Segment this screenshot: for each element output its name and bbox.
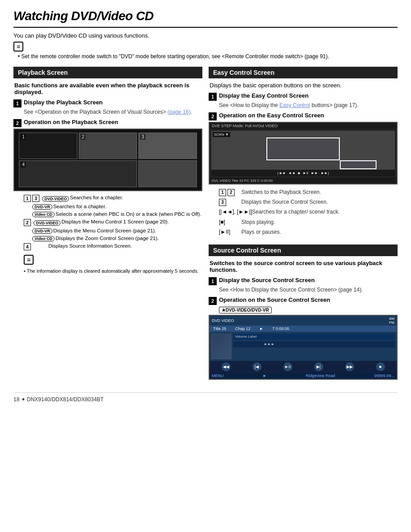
op-key-1: 13 DVD-VIDEO — [24, 195, 70, 202]
sc-info-row2: ►►► — [233, 341, 395, 348]
op-val-1: Searches for a chapter. — [70, 195, 202, 202]
source-step1: 1 Display the Source Control Screen See … — [209, 277, 398, 293]
pb-cell-wide: 4 — [19, 160, 137, 187]
remote-note: Set the remote controller mode switch to… — [18, 53, 398, 60]
easy-step2-title: Operation on the Easy Control Screen — [219, 112, 324, 119]
source-step1-title: Display the Source Control Screen — [219, 277, 315, 283]
sc-top-left: DVD VIDEO — [212, 318, 234, 323]
easy-step1-title: Display the Easy Control Screen — [219, 92, 308, 99]
info-note-icon: ≡ — [24, 255, 34, 265]
sc-title-row: Title 25 Chap 12 ► T 0:00:05 — [210, 326, 397, 332]
easy-op-3: [|◄◄], [►►|] Searches for a chapter/ sce… — [219, 208, 398, 216]
sc-btn-next[interactable]: ▶| — [314, 362, 323, 371]
playback-step1-body: See <Operation on the Playback Screen of… — [24, 109, 202, 115]
page-title: Watching DVD/Video CD — [13, 9, 398, 23]
op-item-4: 2 DVD-VIDEO Displays the Menu Control 1 … — [24, 219, 202, 226]
easy-step1-num: 1 — [209, 93, 217, 101]
easy-step1: 1 Display the Easy Control Screen See <H… — [209, 92, 398, 108]
playback-step1-header: 1 Display the Playback Screen — [13, 99, 202, 107]
main-content: Playback Screen Basic functions are avai… — [13, 67, 398, 383]
easy-op-list: 12 Switches to the Playback Screen. 3 Di… — [219, 188, 398, 236]
easy-control-desc: Displays the basic operation buttons on … — [209, 82, 398, 89]
easy-op-key-5: [►II] — [219, 228, 241, 236]
scrn-label: SCRN ▼ — [213, 132, 230, 137]
easy-control-screen-image: DVE STEP Mode: Full AVOut VIDEO SCRN ▼ — [209, 122, 398, 184]
op-key-6: Video CD — [24, 236, 56, 241]
sc-button-row: ◀◀ |◀ ►II ▶| ▶▶ ■ — [210, 361, 397, 373]
ec-video-area: SCRN ▼ |◄◄ ◄◄ ■ ►II ►► — [211, 131, 395, 176]
easy-step2-header: 2 Operation on the Easy Control Screen — [209, 112, 398, 120]
playback-section: Playback Screen Basic functions are avai… — [13, 67, 202, 383]
info-note-text: The information display is cleared autom… — [24, 268, 202, 274]
dvd-badge-label: ★DVD-VIDEO/DVD-VR — [219, 306, 398, 313]
sc-btn-playpause[interactable]: ►II — [283, 362, 292, 371]
ec-main: SCRN ▼ |◄◄ ◄◄ ■ ►II ►► — [210, 129, 397, 178]
sc-btn-stop[interactable]: ■ — [376, 362, 385, 371]
sc-btn-ffwd[interactable]: ▶▶ — [345, 362, 354, 371]
easy-op-2: 3 Displays the Source Control Screen. — [219, 198, 398, 206]
sc-nav-icon: ► — [263, 373, 267, 378]
playback-screen-image: 1 2 3 4 — [13, 129, 202, 191]
playback-header: Playback Screen — [13, 67, 202, 78]
easy-control-header: Easy Control Screen — [209, 67, 398, 78]
pb-cell-1: 1 — [19, 133, 77, 159]
sc-road-name: Ridgeview Road — [306, 373, 335, 378]
easy-op-desc-5: Plays or pauses. — [241, 228, 398, 236]
sc-thumbnail — [211, 334, 231, 359]
op-item-6: Video CD Displays the Zoom Control Scree… — [24, 236, 202, 241]
step2-num: 2 — [13, 119, 21, 127]
op-key-3: Video CD — [24, 211, 56, 217]
easy-op-desc-3: Searches for a chapter/ scene/ track. — [252, 208, 398, 216]
page-number-label: 18 ✦ DNX9140/DDX814/DDX8034BT — [13, 396, 103, 403]
source-control-header: Source Control Screen — [209, 245, 398, 256]
intro-text: You can play DVD/Video CD using various … — [13, 32, 398, 39]
op-item-7: 4 Displays Source Information Screen. — [24, 243, 202, 250]
playback-desc: Basic functions are available even when … — [13, 82, 202, 95]
easy-step1-header: 1 Display the Easy Control Screen — [209, 92, 398, 101]
op-item-1: 13 DVD-VIDEO Searches for a chapter. — [24, 195, 202, 202]
source-step1-body: See <How to Display the Source Control S… — [219, 287, 398, 293]
source-step2: 2 Operation on the Source Control Screen… — [209, 296, 398, 380]
playback-step2-header: 2 Operation on the Playback Screen — [13, 119, 202, 127]
op-item-2: DVD-VR Searches for a chapter. — [24, 204, 202, 210]
playback-step2: 2 Operation on the Playback Screen 1 2 3… — [13, 119, 202, 274]
easy-op-desc-4: Stops playing. — [241, 218, 398, 227]
step1-num: 1 — [13, 99, 21, 107]
easy-op-desc-1: Switches to the Playback Screen. — [241, 188, 398, 197]
easy-step2: 2 Operation on the Easy Control Screen D… — [209, 112, 398, 236]
sc-btn-prev[interactable]: |◀ — [253, 362, 261, 371]
sc-distance: 99999.99... — [374, 373, 394, 378]
op-key-2: DVD-VR — [24, 204, 53, 210]
playback-op-list: 13 DVD-VIDEO Searches for a chapter. DVD… — [24, 195, 202, 250]
sc-time-info: T 0:00:05 — [272, 326, 289, 331]
source-control-desc: Switches to the source control screen to… — [209, 260, 398, 273]
ec-top-left: DVE STEP Mode: Full AVOut VIDEO — [212, 124, 278, 128]
op-val-4: Displays the Menu Control 1 Screen (page… — [61, 219, 202, 226]
op-val-6: Displays the Zoom Control Screen (page 2… — [56, 236, 202, 241]
pb-cell-3: 3 — [138, 133, 197, 159]
easy-op-key-4: [■] — [219, 218, 241, 227]
easy-op-1: 12 Switches to the Playback Screen. — [219, 188, 398, 197]
playback-grid: 1 2 3 4 — [19, 133, 197, 187]
op-key-5: DVD-VR — [24, 228, 53, 234]
op-val-3: Selects a scene (when PBC is On) or a tr… — [56, 211, 202, 217]
source-step1-num: 1 — [209, 277, 217, 285]
easy-step1-body: See <How to Display the Easy Control but… — [219, 102, 398, 108]
pb-cell-5 — [138, 160, 197, 187]
playback-step2-title: Operation on the Playback Screen — [24, 119, 118, 125]
sc-menu-label: MENU — [212, 373, 224, 378]
sc-top-bar: DVD VIDEO AMPM — [210, 316, 397, 326]
op-val-7: Displays Source Information Screen. — [48, 243, 202, 250]
easy-op-5: [►II] Plays or pauses. — [219, 228, 398, 236]
source-control-section: Source Control Screen Switches to the so… — [209, 245, 398, 380]
sc-chap-info: Chap 12 — [235, 326, 250, 331]
note-icon: ≡ — [13, 42, 23, 51]
op-item-3: Video CD Selects a scene (when PBC is On… — [24, 211, 202, 217]
source-step2-header: 2 Operation on the Source Control Screen — [209, 296, 398, 305]
easy-op-desc-2: Displays the Source Control Screen. — [241, 198, 398, 206]
easy-step2-num: 2 — [209, 112, 217, 120]
source-control-screen-image: DVD VIDEO AMPM Title 25 Chap 12 ► T 0:00… — [209, 315, 398, 380]
sc-info-panel: Volume Label ►►► — [233, 334, 395, 359]
sc-btn-rewind[interactable]: ◀◀ — [222, 362, 231, 371]
sc-bottom-bar: MENU ► Ridgeview Road 99999.99... — [210, 373, 397, 379]
